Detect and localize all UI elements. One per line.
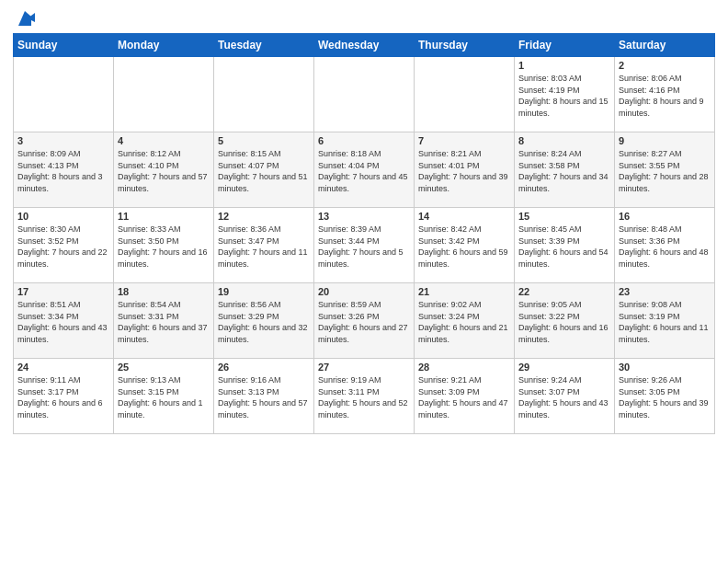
day-info: Sunrise: 8:18 AMSunset: 4:04 PMDaylight:…: [318, 148, 410, 194]
day-info: Sunrise: 9:16 AMSunset: 3:13 PMDaylight:…: [218, 374, 310, 420]
day-info: Sunrise: 8:56 AMSunset: 3:29 PMDaylight:…: [218, 299, 310, 345]
calendar-weekday-sunday: Sunday: [14, 34, 114, 57]
day-number: 3: [17, 135, 109, 146]
calendar-cell: [314, 57, 415, 132]
calendar-cell: 1Sunrise: 8:03 AMSunset: 4:19 PMDaylight…: [515, 57, 615, 132]
calendar-cell: 10Sunrise: 8:30 AMSunset: 3:52 PMDayligh…: [14, 208, 114, 283]
calendar-cell: 14Sunrise: 8:42 AMSunset: 3:42 PMDayligh…: [415, 208, 515, 283]
day-info: Sunrise: 8:39 AMSunset: 3:44 PMDaylight:…: [318, 224, 410, 270]
day-info: Sunrise: 9:21 AMSunset: 3:09 PMDaylight:…: [418, 374, 510, 420]
calendar-cell: 20Sunrise: 8:59 AMSunset: 3:26 PMDayligh…: [314, 283, 415, 359]
calendar-cell: 11Sunrise: 8:33 AMSunset: 3:50 PMDayligh…: [114, 208, 214, 283]
day-number: 25: [118, 362, 210, 373]
calendar-cell: 7Sunrise: 8:21 AMSunset: 4:01 PMDaylight…: [415, 132, 515, 208]
calendar-cell: 13Sunrise: 8:39 AMSunset: 3:44 PMDayligh…: [314, 208, 415, 283]
calendar-week-row: 24Sunrise: 9:11 AMSunset: 3:17 PMDayligh…: [14, 359, 715, 434]
day-info: Sunrise: 8:36 AMSunset: 3:47 PMDaylight:…: [218, 224, 310, 270]
logo: [13, 9, 35, 26]
calendar-cell: 12Sunrise: 8:36 AMSunset: 3:47 PMDayligh…: [214, 208, 314, 283]
day-info: Sunrise: 8:21 AMSunset: 4:01 PMDaylight:…: [418, 148, 510, 194]
logo-icon: [15, 9, 35, 29]
calendar-cell: 17Sunrise: 8:51 AMSunset: 3:34 PMDayligh…: [14, 283, 114, 359]
day-info: Sunrise: 8:27 AMSunset: 3:55 PMDaylight:…: [619, 148, 711, 194]
calendar-cell: 2Sunrise: 8:06 AMSunset: 4:16 PMDaylight…: [615, 57, 715, 132]
day-info: Sunrise: 8:09 AMSunset: 4:13 PMDaylight:…: [17, 148, 109, 194]
calendar-cell: 18Sunrise: 8:54 AMSunset: 3:31 PMDayligh…: [114, 283, 214, 359]
day-info: Sunrise: 8:24 AMSunset: 3:58 PMDaylight:…: [518, 148, 610, 194]
day-number: 10: [17, 211, 109, 222]
day-info: Sunrise: 8:59 AMSunset: 3:26 PMDaylight:…: [318, 299, 410, 345]
calendar-weekday-friday: Friday: [515, 34, 615, 57]
day-number: 9: [619, 135, 711, 146]
day-number: 13: [318, 211, 410, 222]
calendar-cell: 5Sunrise: 8:15 AMSunset: 4:07 PMDaylight…: [214, 132, 314, 208]
day-number: 5: [218, 135, 310, 146]
calendar-cell: 3Sunrise: 8:09 AMSunset: 4:13 PMDaylight…: [14, 132, 114, 208]
day-number: 21: [418, 286, 510, 297]
page: SundayMondayTuesdayWednesdayThursdayFrid…: [0, 0, 728, 563]
day-number: 18: [118, 286, 210, 297]
calendar-cell: 21Sunrise: 9:02 AMSunset: 3:24 PMDayligh…: [415, 283, 515, 359]
calendar-week-row: 3Sunrise: 8:09 AMSunset: 4:13 PMDaylight…: [14, 132, 715, 208]
calendar-week-row: 17Sunrise: 8:51 AMSunset: 3:34 PMDayligh…: [14, 283, 715, 359]
day-info: Sunrise: 8:42 AMSunset: 3:42 PMDaylight:…: [418, 224, 510, 270]
calendar-cell: 15Sunrise: 8:45 AMSunset: 3:39 PMDayligh…: [515, 208, 615, 283]
day-info: Sunrise: 8:12 AMSunset: 4:10 PMDaylight:…: [118, 148, 210, 194]
day-number: 17: [17, 286, 109, 297]
day-number: 19: [218, 286, 310, 297]
calendar-cell: 22Sunrise: 9:05 AMSunset: 3:22 PMDayligh…: [515, 283, 615, 359]
calendar-header-row: SundayMondayTuesdayWednesdayThursdayFrid…: [14, 34, 715, 57]
day-info: Sunrise: 9:19 AMSunset: 3:11 PMDaylight:…: [318, 374, 410, 420]
day-number: 23: [619, 286, 711, 297]
day-info: Sunrise: 8:45 AMSunset: 3:39 PMDaylight:…: [518, 224, 610, 270]
day-number: 8: [518, 135, 610, 146]
calendar-cell: 8Sunrise: 8:24 AMSunset: 3:58 PMDaylight…: [515, 132, 615, 208]
day-info: Sunrise: 8:48 AMSunset: 3:36 PMDaylight:…: [619, 224, 711, 270]
day-number: 4: [118, 135, 210, 146]
day-number: 11: [118, 211, 210, 222]
day-number: 1: [518, 60, 610, 71]
day-info: Sunrise: 9:26 AMSunset: 3:05 PMDaylight:…: [619, 374, 711, 420]
day-info: Sunrise: 9:13 AMSunset: 3:15 PMDaylight:…: [118, 374, 210, 420]
calendar-weekday-wednesday: Wednesday: [314, 34, 415, 57]
header: [13, 9, 715, 26]
calendar-cell: 30Sunrise: 9:26 AMSunset: 3:05 PMDayligh…: [615, 359, 715, 434]
day-number: 29: [518, 362, 610, 373]
calendar-table: SundayMondayTuesdayWednesdayThursdayFrid…: [13, 33, 715, 434]
day-number: 20: [318, 286, 410, 297]
day-number: 24: [17, 362, 109, 373]
calendar-cell: 23Sunrise: 9:08 AMSunset: 3:19 PMDayligh…: [615, 283, 715, 359]
calendar-cell: [214, 57, 314, 132]
calendar-cell: 24Sunrise: 9:11 AMSunset: 3:17 PMDayligh…: [14, 359, 114, 434]
day-info: Sunrise: 8:54 AMSunset: 3:31 PMDaylight:…: [118, 299, 210, 345]
day-number: 12: [218, 211, 310, 222]
day-info: Sunrise: 8:30 AMSunset: 3:52 PMDaylight:…: [17, 224, 109, 270]
calendar-cell: 19Sunrise: 8:56 AMSunset: 3:29 PMDayligh…: [214, 283, 314, 359]
calendar-weekday-thursday: Thursday: [415, 34, 515, 57]
day-info: Sunrise: 8:51 AMSunset: 3:34 PMDaylight:…: [17, 299, 109, 345]
day-number: 28: [418, 362, 510, 373]
calendar-cell: 25Sunrise: 9:13 AMSunset: 3:15 PMDayligh…: [114, 359, 214, 434]
day-info: Sunrise: 9:05 AMSunset: 3:22 PMDaylight:…: [518, 299, 610, 345]
calendar-cell: 27Sunrise: 9:19 AMSunset: 3:11 PMDayligh…: [314, 359, 415, 434]
day-info: Sunrise: 9:24 AMSunset: 3:07 PMDaylight:…: [518, 374, 610, 420]
calendar-cell: [114, 57, 214, 132]
calendar-cell: [415, 57, 515, 132]
day-number: 16: [619, 211, 711, 222]
day-number: 26: [218, 362, 310, 373]
day-number: 2: [619, 60, 711, 71]
calendar-cell: 16Sunrise: 8:48 AMSunset: 3:36 PMDayligh…: [615, 208, 715, 283]
calendar-cell: 4Sunrise: 8:12 AMSunset: 4:10 PMDaylight…: [114, 132, 214, 208]
calendar-cell: 26Sunrise: 9:16 AMSunset: 3:13 PMDayligh…: [214, 359, 314, 434]
calendar-cell: 9Sunrise: 8:27 AMSunset: 3:55 PMDaylight…: [615, 132, 715, 208]
calendar-week-row: 10Sunrise: 8:30 AMSunset: 3:52 PMDayligh…: [14, 208, 715, 283]
day-info: Sunrise: 8:06 AMSunset: 4:16 PMDaylight:…: [619, 73, 711, 119]
calendar-weekday-tuesday: Tuesday: [214, 34, 314, 57]
calendar-cell: [14, 57, 114, 132]
day-number: 6: [318, 135, 410, 146]
day-number: 7: [418, 135, 510, 146]
calendar-cell: 29Sunrise: 9:24 AMSunset: 3:07 PMDayligh…: [515, 359, 615, 434]
day-info: Sunrise: 8:15 AMSunset: 4:07 PMDaylight:…: [218, 148, 310, 194]
calendar-cell: 28Sunrise: 9:21 AMSunset: 3:09 PMDayligh…: [415, 359, 515, 434]
day-number: 27: [318, 362, 410, 373]
